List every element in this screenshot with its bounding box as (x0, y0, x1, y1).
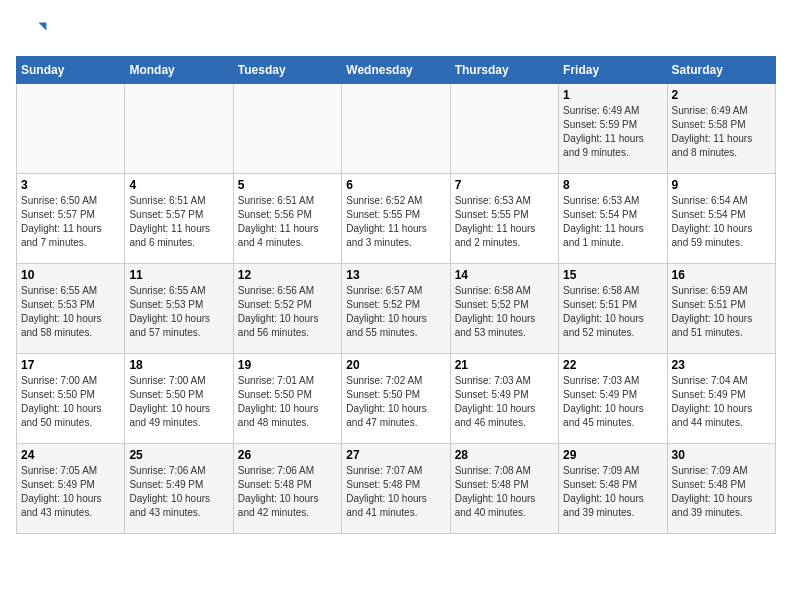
day-info: Sunrise: 6:56 AM Sunset: 5:52 PM Dayligh… (238, 284, 337, 340)
calendar-cell: 11Sunrise: 6:55 AM Sunset: 5:53 PM Dayli… (125, 264, 233, 354)
day-number: 22 (563, 358, 662, 372)
day-info: Sunrise: 7:02 AM Sunset: 5:50 PM Dayligh… (346, 374, 445, 430)
calendar-cell: 16Sunrise: 6:59 AM Sunset: 5:51 PM Dayli… (667, 264, 775, 354)
day-info: Sunrise: 7:06 AM Sunset: 5:48 PM Dayligh… (238, 464, 337, 520)
day-number: 3 (21, 178, 120, 192)
day-number: 8 (563, 178, 662, 192)
day-number: 21 (455, 358, 554, 372)
day-number: 10 (21, 268, 120, 282)
weekday-header-friday: Friday (559, 57, 667, 84)
day-info: Sunrise: 6:59 AM Sunset: 5:51 PM Dayligh… (672, 284, 771, 340)
day-info: Sunrise: 7:09 AM Sunset: 5:48 PM Dayligh… (563, 464, 662, 520)
day-number: 13 (346, 268, 445, 282)
calendar-cell: 28Sunrise: 7:08 AM Sunset: 5:48 PM Dayli… (450, 444, 558, 534)
day-number: 26 (238, 448, 337, 462)
day-info: Sunrise: 7:00 AM Sunset: 5:50 PM Dayligh… (21, 374, 120, 430)
day-info: Sunrise: 7:04 AM Sunset: 5:49 PM Dayligh… (672, 374, 771, 430)
day-info: Sunrise: 6:49 AM Sunset: 5:58 PM Dayligh… (672, 104, 771, 160)
logo (16, 16, 52, 48)
day-info: Sunrise: 6:58 AM Sunset: 5:52 PM Dayligh… (455, 284, 554, 340)
calendar-cell: 2Sunrise: 6:49 AM Sunset: 5:58 PM Daylig… (667, 84, 775, 174)
day-number: 2 (672, 88, 771, 102)
day-number: 12 (238, 268, 337, 282)
day-number: 11 (129, 268, 228, 282)
calendar-cell: 20Sunrise: 7:02 AM Sunset: 5:50 PM Dayli… (342, 354, 450, 444)
day-number: 30 (672, 448, 771, 462)
weekday-header-wednesday: Wednesday (342, 57, 450, 84)
day-number: 27 (346, 448, 445, 462)
day-number: 16 (672, 268, 771, 282)
logo-icon (16, 16, 48, 48)
day-info: Sunrise: 6:55 AM Sunset: 5:53 PM Dayligh… (129, 284, 228, 340)
calendar-week-1: 1Sunrise: 6:49 AM Sunset: 5:59 PM Daylig… (17, 84, 776, 174)
weekday-header-monday: Monday (125, 57, 233, 84)
calendar-cell: 12Sunrise: 6:56 AM Sunset: 5:52 PM Dayli… (233, 264, 341, 354)
weekday-header-tuesday: Tuesday (233, 57, 341, 84)
day-number: 25 (129, 448, 228, 462)
day-info: Sunrise: 6:50 AM Sunset: 5:57 PM Dayligh… (21, 194, 120, 250)
calendar-cell (17, 84, 125, 174)
svg-rect-2 (16, 16, 38, 48)
day-info: Sunrise: 7:05 AM Sunset: 5:49 PM Dayligh… (21, 464, 120, 520)
calendar-cell (450, 84, 558, 174)
calendar-cell: 19Sunrise: 7:01 AM Sunset: 5:50 PM Dayli… (233, 354, 341, 444)
day-info: Sunrise: 7:06 AM Sunset: 5:49 PM Dayligh… (129, 464, 228, 520)
day-info: Sunrise: 6:53 AM Sunset: 5:55 PM Dayligh… (455, 194, 554, 250)
calendar-cell: 27Sunrise: 7:07 AM Sunset: 5:48 PM Dayli… (342, 444, 450, 534)
calendar-cell (233, 84, 341, 174)
calendar-header: SundayMondayTuesdayWednesdayThursdayFrid… (17, 57, 776, 84)
day-info: Sunrise: 6:53 AM Sunset: 5:54 PM Dayligh… (563, 194, 662, 250)
day-number: 29 (563, 448, 662, 462)
day-info: Sunrise: 7:00 AM Sunset: 5:50 PM Dayligh… (129, 374, 228, 430)
calendar-cell (342, 84, 450, 174)
calendar-cell: 23Sunrise: 7:04 AM Sunset: 5:49 PM Dayli… (667, 354, 775, 444)
calendar-cell: 15Sunrise: 6:58 AM Sunset: 5:51 PM Dayli… (559, 264, 667, 354)
day-info: Sunrise: 7:09 AM Sunset: 5:48 PM Dayligh… (672, 464, 771, 520)
day-number: 24 (21, 448, 120, 462)
calendar-cell: 22Sunrise: 7:03 AM Sunset: 5:49 PM Dayli… (559, 354, 667, 444)
calendar-cell: 6Sunrise: 6:52 AM Sunset: 5:55 PM Daylig… (342, 174, 450, 264)
day-info: Sunrise: 7:01 AM Sunset: 5:50 PM Dayligh… (238, 374, 337, 430)
day-number: 9 (672, 178, 771, 192)
weekday-header-thursday: Thursday (450, 57, 558, 84)
day-info: Sunrise: 6:49 AM Sunset: 5:59 PM Dayligh… (563, 104, 662, 160)
calendar-cell: 1Sunrise: 6:49 AM Sunset: 5:59 PM Daylig… (559, 84, 667, 174)
day-info: Sunrise: 7:03 AM Sunset: 5:49 PM Dayligh… (563, 374, 662, 430)
day-info: Sunrise: 6:54 AM Sunset: 5:54 PM Dayligh… (672, 194, 771, 250)
weekday-header-saturday: Saturday (667, 57, 775, 84)
calendar-cell: 18Sunrise: 7:00 AM Sunset: 5:50 PM Dayli… (125, 354, 233, 444)
calendar-week-2: 3Sunrise: 6:50 AM Sunset: 5:57 PM Daylig… (17, 174, 776, 264)
calendar-cell (125, 84, 233, 174)
day-info: Sunrise: 6:57 AM Sunset: 5:52 PM Dayligh… (346, 284, 445, 340)
day-number: 7 (455, 178, 554, 192)
day-number: 17 (21, 358, 120, 372)
calendar-cell: 14Sunrise: 6:58 AM Sunset: 5:52 PM Dayli… (450, 264, 558, 354)
calendar-cell: 29Sunrise: 7:09 AM Sunset: 5:48 PM Dayli… (559, 444, 667, 534)
calendar-body: 1Sunrise: 6:49 AM Sunset: 5:59 PM Daylig… (17, 84, 776, 534)
day-info: Sunrise: 7:03 AM Sunset: 5:49 PM Dayligh… (455, 374, 554, 430)
day-number: 14 (455, 268, 554, 282)
calendar-cell: 9Sunrise: 6:54 AM Sunset: 5:54 PM Daylig… (667, 174, 775, 264)
day-info: Sunrise: 6:51 AM Sunset: 5:57 PM Dayligh… (129, 194, 228, 250)
day-info: Sunrise: 7:07 AM Sunset: 5:48 PM Dayligh… (346, 464, 445, 520)
calendar-cell: 3Sunrise: 6:50 AM Sunset: 5:57 PM Daylig… (17, 174, 125, 264)
calendar-cell: 21Sunrise: 7:03 AM Sunset: 5:49 PM Dayli… (450, 354, 558, 444)
day-number: 5 (238, 178, 337, 192)
calendar-cell: 26Sunrise: 7:06 AM Sunset: 5:48 PM Dayli… (233, 444, 341, 534)
weekday-header-sunday: Sunday (17, 57, 125, 84)
calendar-cell: 25Sunrise: 7:06 AM Sunset: 5:49 PM Dayli… (125, 444, 233, 534)
day-info: Sunrise: 6:58 AM Sunset: 5:51 PM Dayligh… (563, 284, 662, 340)
day-number: 23 (672, 358, 771, 372)
day-info: Sunrise: 6:55 AM Sunset: 5:53 PM Dayligh… (21, 284, 120, 340)
day-number: 6 (346, 178, 445, 192)
calendar-cell: 10Sunrise: 6:55 AM Sunset: 5:53 PM Dayli… (17, 264, 125, 354)
calendar-cell: 8Sunrise: 6:53 AM Sunset: 5:54 PM Daylig… (559, 174, 667, 264)
day-number: 4 (129, 178, 228, 192)
day-number: 18 (129, 358, 228, 372)
weekday-row: SundayMondayTuesdayWednesdayThursdayFrid… (17, 57, 776, 84)
calendar-cell: 17Sunrise: 7:00 AM Sunset: 5:50 PM Dayli… (17, 354, 125, 444)
calendar-cell: 7Sunrise: 6:53 AM Sunset: 5:55 PM Daylig… (450, 174, 558, 264)
calendar-week-3: 10Sunrise: 6:55 AM Sunset: 5:53 PM Dayli… (17, 264, 776, 354)
calendar-week-4: 17Sunrise: 7:00 AM Sunset: 5:50 PM Dayli… (17, 354, 776, 444)
calendar-cell: 4Sunrise: 6:51 AM Sunset: 5:57 PM Daylig… (125, 174, 233, 264)
